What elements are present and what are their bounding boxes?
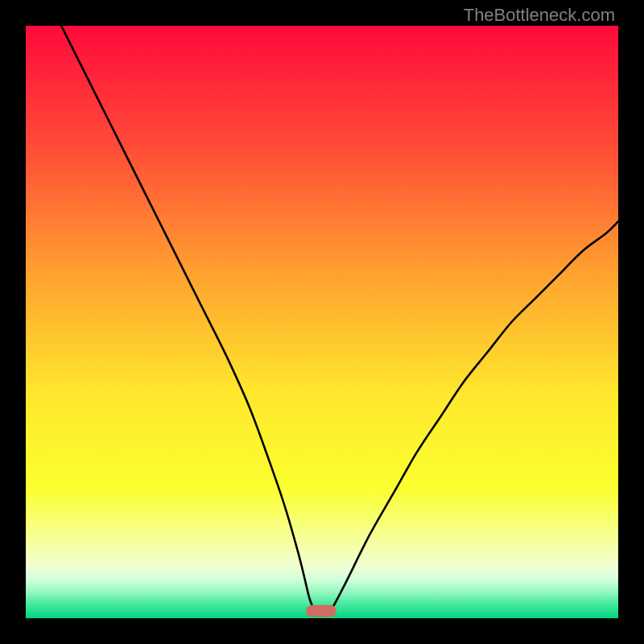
optimum-marker: [306, 605, 336, 617]
watermark-text: TheBottleneck.com: [464, 5, 615, 26]
chart-stage: TheBottleneck.com: [0, 0, 644, 644]
bottleneck-curve: [26, 26, 618, 618]
plot-area: [26, 26, 618, 618]
